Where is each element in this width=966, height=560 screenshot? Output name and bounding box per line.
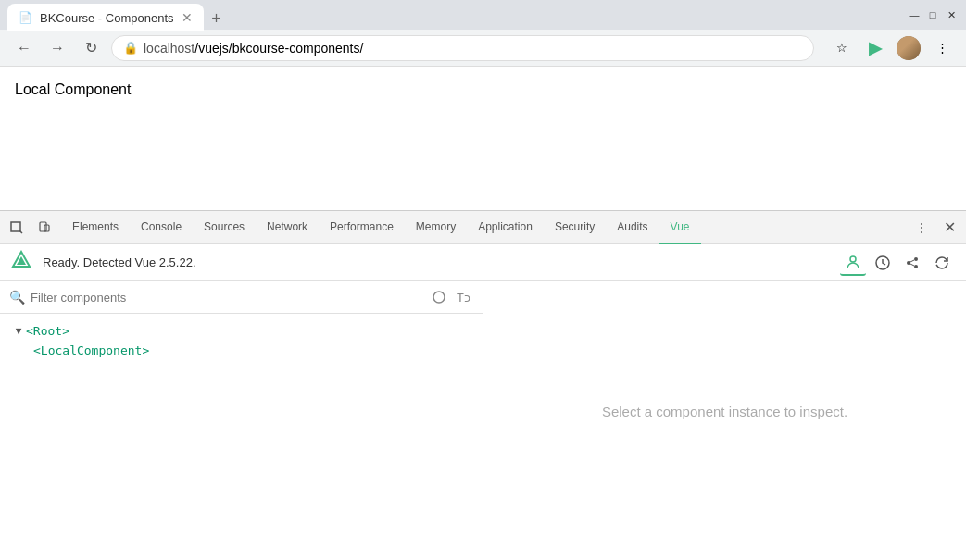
tab-audits[interactable]: Audits	[606, 211, 659, 244]
new-tab-button[interactable]: +	[204, 6, 230, 31]
devtools-more-icon: ⋮	[915, 220, 928, 235]
tree-root-item[interactable]: ▼ <Root>	[0, 321, 483, 341]
filter-format-icon: Tↄ	[456, 290, 470, 305]
tree-child-label: <LocalComponent>	[33, 343, 149, 357]
svg-point-6	[850, 256, 856, 262]
svg-point-13	[433, 292, 445, 303]
page-title: Local Component	[15, 81, 951, 98]
tab-favicon: 📄	[19, 11, 32, 24]
device-icon	[38, 221, 51, 234]
lock-icon: 🔒	[123, 41, 138, 55]
svg-rect-2	[40, 222, 46, 231]
history-icon	[874, 255, 891, 271]
vuex-button[interactable]	[899, 250, 925, 276]
tab-sources[interactable]: Sources	[193, 211, 256, 244]
avatar	[897, 36, 921, 60]
window-controls: — □ ✕	[907, 7, 959, 22]
more-icon: ⋮	[936, 41, 948, 55]
tab-vue[interactable]: Vue	[659, 211, 701, 244]
devtools-close-button[interactable]: ✕	[936, 215, 962, 241]
address-bar[interactable]: 🔒 localhost/vuejs/bkcourse-components/	[111, 35, 814, 61]
title-bar: 📄 BKCourse - Components ✕ + — □ ✕	[0, 0, 966, 30]
vue-status-text: Ready. Detected Vue 2.5.22.	[43, 255, 196, 269]
minimize-button[interactable]: —	[907, 7, 922, 22]
refresh-icon	[934, 255, 950, 271]
tree-toggle-root[interactable]: ▼	[11, 325, 26, 337]
devtools-left-icons	[4, 215, 57, 241]
vue-logo-svg	[11, 250, 31, 270]
navigation-bar: ← → ↻ 🔒 localhost/vuejs/bkcourse-compone…	[0, 30, 966, 67]
devtools-actions: ⋮ ✕	[909, 215, 962, 241]
component-tree-panel: 🔍 Tↄ	[0, 281, 483, 541]
search-icon: 🔍	[9, 290, 25, 305]
inspect-icon	[10, 221, 23, 234]
tab-close-button[interactable]: ✕	[182, 10, 193, 25]
refresh-button[interactable]	[929, 250, 955, 276]
tab-console[interactable]: Console	[130, 211, 193, 244]
svg-line-11	[910, 260, 914, 262]
tab-performance[interactable]: Performance	[319, 211, 405, 244]
filter-circle-button[interactable]	[429, 287, 449, 307]
devtools-close-icon: ✕	[944, 218, 956, 236]
maximize-button[interactable]: □	[925, 7, 940, 22]
close-button[interactable]: ✕	[944, 7, 959, 22]
url-display: localhost/vuejs/bkcourse-components/	[144, 41, 802, 56]
vue-toolbar-icons	[840, 250, 955, 276]
filter-format-button[interactable]: Tↄ	[453, 287, 473, 307]
inspect-element-button[interactable]	[4, 215, 30, 241]
tab-security[interactable]: Security	[544, 211, 606, 244]
vue-panel: Ready. Detected Vue 2.5.22.	[0, 244, 966, 541]
history-button[interactable]	[870, 250, 896, 276]
tab-elements[interactable]: Elements	[61, 211, 130, 244]
tab-network[interactable]: Network	[256, 211, 319, 244]
filter-actions: Tↄ	[429, 287, 473, 307]
svg-line-1	[19, 230, 22, 233]
component-inspector-icon	[845, 254, 861, 270]
tab-application[interactable]: Application	[467, 211, 544, 244]
bookmark-icon: ☆	[836, 41, 847, 55]
vue-toolbar: Ready. Detected Vue 2.5.22.	[0, 244, 966, 281]
svg-point-9	[914, 257, 918, 261]
vuex-icon	[904, 255, 921, 271]
forward-button[interactable]: →	[44, 35, 70, 61]
page-content: Local Component	[0, 67, 966, 210]
device-toolbar-button[interactable]	[31, 215, 57, 241]
component-tree: ▼ <Root> <LocalComponent>	[0, 314, 483, 541]
devtools-more-button[interactable]: ⋮	[909, 215, 935, 241]
avatar-image	[897, 36, 921, 60]
vue-content: 🔍 Tↄ	[0, 281, 966, 541]
filter-input[interactable]	[31, 291, 423, 305]
vue-logo	[11, 250, 31, 276]
nav-icon-group: ☆ ▶ ⋮	[829, 35, 955, 61]
svg-rect-0	[11, 222, 20, 231]
vue-inspect-panel: Select a component instance to inspect.	[483, 281, 966, 541]
svg-line-12	[910, 264, 914, 266]
bookmark-button[interactable]: ☆	[829, 35, 855, 61]
refresh-button[interactable]: ↻	[78, 35, 104, 61]
svg-point-8	[907, 261, 910, 265]
back-button[interactable]: ←	[11, 35, 37, 61]
select-hint-text: Select a component instance to inspect.	[602, 404, 847, 419]
browser-tab[interactable]: 📄 BKCourse - Components ✕	[7, 4, 204, 31]
vue-extension-icon: ▶	[869, 38, 882, 58]
vue-extension-button[interactable]: ▶	[862, 35, 888, 61]
devtools-panel: Elements Console Sources Network Perform…	[0, 210, 966, 541]
component-inspector-button[interactable]	[840, 250, 866, 276]
filter-circle-icon	[432, 290, 446, 305]
tree-local-component-item[interactable]: <LocalComponent>	[0, 341, 483, 360]
tab-title: BKCourse - Components	[40, 11, 174, 25]
devtools-tab-bar: Elements Console Sources Network Perform…	[0, 211, 966, 244]
svg-text:Tↄ: Tↄ	[457, 291, 470, 305]
tree-root-label: <Root>	[26, 324, 69, 338]
svg-point-10	[914, 265, 918, 268]
tab-memory[interactable]: Memory	[405, 211, 467, 244]
filter-bar: 🔍 Tↄ	[0, 281, 483, 314]
user-avatar-button[interactable]	[896, 35, 922, 61]
more-options-button[interactable]: ⋮	[929, 35, 955, 61]
